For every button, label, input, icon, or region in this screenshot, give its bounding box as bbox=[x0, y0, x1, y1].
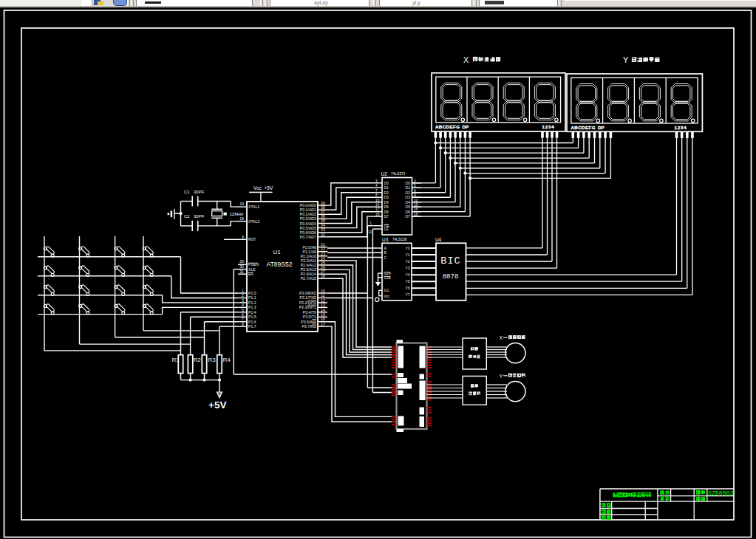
svg-text:22: 22 bbox=[321, 247, 325, 251]
svg-text:+5V: +5V bbox=[265, 185, 273, 190]
svg-text:32: 32 bbox=[321, 233, 325, 237]
svg-text:30PF: 30PF bbox=[194, 190, 205, 194]
svg-text:Y: Y bbox=[500, 374, 503, 379]
svg-text:1: 1 bbox=[242, 289, 244, 293]
svg-text:P2.0/A8: P2.0/A8 bbox=[303, 245, 317, 250]
svg-text:P0.3/AD3: P0.3/AD3 bbox=[300, 216, 316, 221]
svg-text:13: 13 bbox=[375, 199, 380, 202]
svg-text:19: 19 bbox=[414, 213, 418, 216]
svg-text:LE: LE bbox=[384, 227, 389, 231]
svg-text:RST: RST bbox=[248, 237, 256, 241]
svg-text:12: 12 bbox=[414, 199, 418, 202]
svg-text:8: 8 bbox=[242, 322, 244, 326]
svg-text:C: C bbox=[384, 255, 387, 260]
svg-text:P3.7/RD: P3.7/RD bbox=[302, 324, 316, 329]
svg-text:2: 2 bbox=[242, 293, 244, 298]
svg-text:BIC: BIC bbox=[440, 255, 460, 267]
svg-text:P0.5/AD5: P0.5/AD5 bbox=[300, 226, 316, 230]
svg-text:G1: G1 bbox=[384, 288, 389, 292]
svg-text:14: 14 bbox=[375, 203, 380, 207]
svg-text:P0.4/AD4: P0.4/AD4 bbox=[300, 222, 316, 226]
svg-text:8078: 8078 bbox=[443, 273, 459, 281]
svg-text:Y: Y bbox=[623, 55, 629, 64]
svg-text:R3: R3 bbox=[208, 357, 217, 363]
svg-text:17: 17 bbox=[321, 322, 325, 326]
svg-text:P0.1/AD1: P0.1/AD1 bbox=[300, 207, 316, 212]
svg-text:1234: 1234 bbox=[542, 124, 555, 129]
svg-text:33: 33 bbox=[321, 227, 325, 232]
svg-text:P3.3/INT1: P3.3/INT1 bbox=[299, 305, 316, 309]
svg-text:O1: O1 bbox=[405, 185, 410, 190]
svg-text:X: X bbox=[463, 55, 469, 64]
svg-text:D0: D0 bbox=[384, 181, 389, 185]
svg-text:14: 14 bbox=[321, 308, 325, 312]
svg-text:P1.7: P1.7 bbox=[248, 324, 256, 329]
svg-text:XTAL2: XTAL2 bbox=[248, 219, 260, 224]
svg-text:P3.5/T1: P3.5/T1 bbox=[303, 315, 316, 319]
svg-text:O0: O0 bbox=[405, 181, 410, 185]
svg-text:DP: DP bbox=[598, 125, 605, 130]
svg-text:D3: D3 bbox=[384, 195, 389, 199]
svg-text:6: 6 bbox=[414, 189, 416, 193]
svg-text:30PF: 30PF bbox=[194, 214, 205, 219]
svg-text:Y4: Y4 bbox=[405, 272, 409, 277]
svg-text:P1.6: P1.6 bbox=[248, 320, 256, 324]
svg-text:C1: C1 bbox=[184, 190, 190, 194]
svg-text:16: 16 bbox=[414, 207, 418, 211]
svg-text:12: 12 bbox=[321, 298, 325, 303]
svg-text:12MHz: 12MHz bbox=[230, 212, 244, 216]
svg-text:36: 36 bbox=[321, 214, 325, 219]
svg-text:Vcc: Vcc bbox=[384, 295, 390, 298]
svg-text:XTAL1: XTAL1 bbox=[248, 205, 260, 209]
svg-text:D6: D6 bbox=[384, 210, 389, 214]
svg-text:D5: D5 bbox=[384, 205, 389, 209]
svg-text:ABCDEFG: ABCDEFG bbox=[435, 124, 460, 129]
svg-text:P2.2/A10: P2.2/A10 bbox=[301, 254, 316, 258]
svg-text:18: 18 bbox=[239, 216, 244, 221]
svg-text:7: 7 bbox=[242, 317, 244, 321]
svg-text:R4: R4 bbox=[223, 357, 231, 363]
svg-text:P0.6/AD6: P0.6/AD6 bbox=[300, 230, 316, 235]
svg-text:74LS373: 74LS373 bbox=[391, 172, 406, 176]
svg-text:D7: D7 bbox=[384, 214, 389, 219]
svg-text:P3.6/WR: P3.6/WR bbox=[301, 320, 316, 324]
svg-text:P1.3: P1.3 bbox=[248, 305, 256, 309]
svg-text:4: 4 bbox=[242, 303, 244, 307]
svg-text:+5V: +5V bbox=[208, 399, 226, 411]
svg-text:27: 27 bbox=[321, 270, 325, 274]
svg-text:5: 5 bbox=[242, 308, 244, 312]
svg-text:18: 18 bbox=[375, 213, 380, 216]
svg-text:39: 39 bbox=[321, 201, 325, 205]
svg-text:P1.5: P1.5 bbox=[248, 315, 256, 319]
svg-text:P0.2/AD2: P0.2/AD2 bbox=[300, 212, 316, 216]
svg-text:8: 8 bbox=[375, 193, 378, 197]
svg-text:38: 38 bbox=[321, 205, 325, 210]
svg-text:74LS138: 74LS138 bbox=[392, 238, 407, 241]
svg-text:11: 11 bbox=[368, 230, 372, 234]
svg-text:24: 24 bbox=[321, 256, 325, 261]
svg-text:23: 23 bbox=[321, 252, 325, 256]
svg-text:21: 21 bbox=[321, 242, 325, 247]
svg-text:Y0: Y0 bbox=[405, 246, 409, 250]
svg-text:P3.0/RXD: P3.0/RXD bbox=[299, 291, 316, 295]
svg-text:26: 26 bbox=[321, 265, 325, 270]
svg-text:P2.1/A9: P2.1/A9 bbox=[303, 250, 317, 254]
svg-text:P1.4: P1.4 bbox=[248, 310, 256, 315]
svg-text:X: X bbox=[500, 335, 503, 340]
svg-text:U1: U1 bbox=[273, 249, 281, 255]
svg-text:P2.4/A12: P2.4/A12 bbox=[301, 263, 316, 267]
svg-text:31: 31 bbox=[239, 270, 244, 274]
svg-text:10: 10 bbox=[321, 289, 325, 293]
svg-text:P2.5/A13: P2.5/A13 bbox=[301, 267, 316, 272]
svg-text:9: 9 bbox=[242, 235, 244, 239]
svg-text:3: 3 bbox=[375, 179, 378, 183]
svg-text:R2: R2 bbox=[194, 357, 202, 363]
svg-text:ABCDEFG: ABCDEFG bbox=[571, 125, 596, 130]
svg-text:Y1: Y1 bbox=[405, 253, 409, 257]
svg-text:7: 7 bbox=[375, 189, 378, 193]
svg-text:SZB0003: SZB0003 bbox=[708, 490, 733, 497]
svg-text:R1: R1 bbox=[172, 357, 180, 363]
svg-text:P1.2: P1.2 bbox=[248, 301, 256, 305]
svg-text:O2: O2 bbox=[405, 190, 410, 195]
svg-text:O3: O3 bbox=[405, 195, 410, 199]
